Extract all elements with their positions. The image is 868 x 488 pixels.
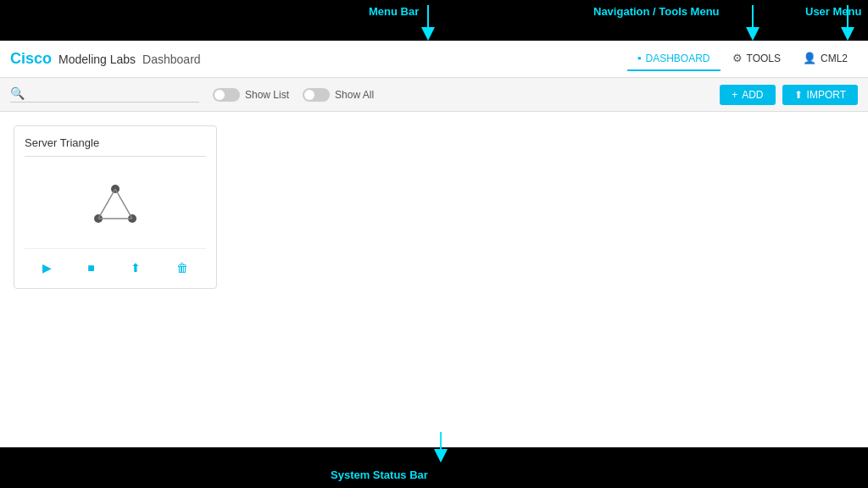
dashboard-icon: ▪ xyxy=(637,52,642,64)
show-all-toggle[interactable] xyxy=(303,88,330,102)
disk-segment: DISK 3.15% xyxy=(533,474,800,484)
logo-product: Modeling Labs xyxy=(58,53,136,66)
import-button[interactable]: ⬆ IMPORT xyxy=(782,85,858,105)
cpu-segment: CPU 0.09% xyxy=(0,474,267,484)
user-icon: 👤 xyxy=(803,52,816,64)
page-title: Dashboard xyxy=(142,53,201,66)
tools-nav-btn[interactable]: ⚙ TOOLS xyxy=(722,47,791,71)
user-menu-arrow xyxy=(839,5,856,41)
import-icon: ⬆ xyxy=(794,89,803,101)
nav-tools-annotation: Navigation / Tools Menu xyxy=(593,5,720,18)
search-input[interactable] xyxy=(30,86,199,100)
show-all-label: Show All xyxy=(335,89,374,101)
delete-button[interactable]: 🗑 xyxy=(170,258,195,278)
status-bar: CPU 0.09% MEMORY 0.95% DISK 3.15% Status… xyxy=(0,469,868,488)
memory-segment: MEMORY 0.95% xyxy=(267,474,534,484)
user-menu-annotation: User Menu xyxy=(805,5,861,18)
menu-bar-annotation: Menu Bar xyxy=(369,5,419,18)
memory-value: 0.95% xyxy=(318,474,342,484)
lab-card-preview xyxy=(25,164,206,248)
search-icon: 🔍 xyxy=(10,86,25,100)
header-nav: ▪ DASHBOARD ⚙ TOOLS 👤 CML2 xyxy=(627,47,858,71)
dashboard-nav-label: DASHBOARD xyxy=(646,53,710,64)
stop-button[interactable]: ■ xyxy=(81,258,101,278)
lab-card: Server Triangle ▶ ■ ⬆ 🗑 xyxy=(14,125,217,289)
cpu-value: 0.09% xyxy=(31,474,55,484)
show-all-toggle-group: Show All xyxy=(303,88,374,102)
cpu-label: CPU xyxy=(7,474,25,484)
lab-card-title: Server Triangle xyxy=(25,136,206,157)
edge-top-right xyxy=(115,189,132,219)
import-label: IMPORT xyxy=(807,89,846,101)
toolbar-left: 🔍 Show List Show All xyxy=(10,86,374,103)
app-wrapper: Cisco Modeling Labs Dashboard ▪ DASHBOAR… xyxy=(0,41,868,488)
add-label: ADD xyxy=(742,89,763,101)
menu-bar-arrow xyxy=(420,5,437,41)
show-list-toggle-group: Show List xyxy=(213,88,289,102)
toolbar: 🔍 Show List Show All + ADD ⬆ IMPORT xyxy=(0,78,868,112)
upload-button[interactable]: ⬆ xyxy=(124,258,147,278)
disk-value: 3.15% xyxy=(567,474,591,484)
add-icon: + xyxy=(732,89,737,101)
play-button[interactable]: ▶ xyxy=(36,258,58,278)
header-left: Cisco Modeling Labs Dashboard xyxy=(10,50,201,68)
tools-nav-label: TOOLS xyxy=(747,53,781,64)
add-button[interactable]: + ADD xyxy=(720,85,775,105)
lab-card-actions: ▶ ■ ⬆ 🗑 xyxy=(25,248,206,278)
tools-icon: ⚙ xyxy=(732,52,743,64)
logo-cisco: Cisco xyxy=(10,50,52,68)
status-ok-segment: Status OK xyxy=(800,474,868,485)
edge-top-left xyxy=(98,189,115,219)
dashboard-nav-btn[interactable]: ▪ DASHBOARD xyxy=(627,47,721,71)
main-content: Server Triangle ▶ ■ ⬆ 🗑 xyxy=(0,112,868,469)
disk-label: DISK xyxy=(540,474,560,484)
user-nav-btn[interactable]: 👤 CML2 xyxy=(793,47,858,71)
header: Cisco Modeling Labs Dashboard ▪ DASHBOAR… xyxy=(0,41,868,78)
show-list-label: Show List xyxy=(245,89,289,101)
show-list-toggle[interactable] xyxy=(213,88,240,102)
memory-label: MEMORY xyxy=(274,474,312,484)
status-ok-badge: Status OK xyxy=(807,474,861,485)
toolbar-right: + ADD ⬆ IMPORT xyxy=(720,85,858,105)
topology-svg xyxy=(81,180,149,231)
top-annotation-bar xyxy=(0,0,868,41)
nav-tools-arrow xyxy=(744,5,761,41)
user-nav-label: CML2 xyxy=(821,53,848,64)
search-container: 🔍 xyxy=(10,86,199,103)
